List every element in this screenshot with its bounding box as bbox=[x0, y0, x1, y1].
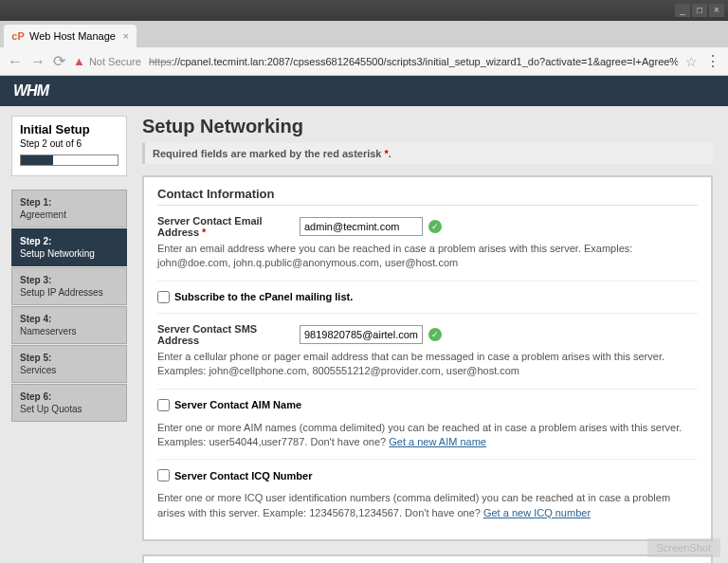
window-titlebar: _ □ × bbox=[0, 0, 728, 21]
back-button[interactable]: ← bbox=[8, 53, 23, 70]
tab-title: Web Host Manage bbox=[29, 30, 116, 42]
email-label: Server Contact Email Address * bbox=[157, 215, 300, 238]
browser-address-bar: ← → ⟳ ▲ Not Secure https://cpanel.tecmin… bbox=[0, 47, 728, 76]
step-num: Step 4: bbox=[20, 313, 118, 325]
subscribe-label: Subscribe to the cPanel mailing list. bbox=[174, 291, 353, 302]
step-label: Set Up Quotas bbox=[20, 404, 82, 414]
sidebar-step-agreement[interactable]: Step 1: Agreement bbox=[11, 190, 127, 227]
step-num: Step 5: bbox=[20, 352, 118, 364]
step-label: Nameservers bbox=[20, 326, 76, 336]
cpanel-icon: cP bbox=[11, 29, 25, 43]
browser-tab-bar: cP Web Host Manage × bbox=[0, 21, 728, 47]
step-num: Step 1: bbox=[20, 196, 118, 209]
progress-bar bbox=[20, 154, 118, 166]
security-text: Not Secure bbox=[89, 56, 141, 67]
reload-button[interactable]: ⟳ bbox=[53, 52, 65, 70]
window-minimize-button[interactable]: _ bbox=[675, 4, 690, 17]
sidebar-step-quotas[interactable]: Step 6: Set Up Quotas bbox=[11, 384, 127, 422]
sidebar-step-ip[interactable]: Step 3: Setup IP Addresses bbox=[11, 267, 127, 305]
sidebar-step-networking[interactable]: Step 2: Setup Networking bbox=[11, 228, 127, 266]
hostname-panel: Hostname This Server's Hostname * The cu… bbox=[142, 554, 713, 563]
asterisk: * bbox=[385, 148, 389, 159]
contact-heading: Contact Information bbox=[157, 187, 698, 206]
warning-icon: ▲ bbox=[73, 54, 85, 68]
step-label: Services bbox=[20, 365, 56, 375]
sms-field-row: Server Contact SMS Address ✓ bbox=[157, 323, 698, 346]
check-icon: ✓ bbox=[428, 220, 442, 233]
required-note: Required fields are marked by the red as… bbox=[142, 143, 713, 164]
icq-label: Server Contact ICQ Number bbox=[174, 470, 312, 481]
sms-label: Server Contact SMS Address bbox=[157, 323, 300, 346]
whm-header: WHM bbox=[0, 76, 728, 106]
sms-help: Enter a cellular phone or pager email ad… bbox=[157, 350, 698, 390]
page-title: Setup Networking bbox=[142, 116, 713, 137]
url-path: ://cpanel.tecmint.lan:2087/cpsess6812645… bbox=[172, 56, 678, 67]
screenshot-watermark: ScreenShot bbox=[647, 538, 720, 557]
step-num: Step 3: bbox=[20, 274, 118, 286]
sidebar: Initial Setup Step 2 out of 6 Step 1: Ag… bbox=[0, 106, 127, 563]
subscribe-row: Subscribe to the cPanel mailing list. bbox=[157, 291, 698, 314]
email-field-row: Server Contact Email Address * ✓ bbox=[157, 215, 698, 238]
main-layout: Initial Setup Step 2 out of 6 Step 1: Ag… bbox=[0, 106, 728, 563]
icq-row: Server Contact ICQ Number bbox=[157, 469, 698, 481]
step-label: Setup Networking bbox=[20, 248, 95, 259]
email-help: Enter an email address where you can be … bbox=[157, 242, 698, 282]
url-field[interactable]: https://cpanel.tecmint.lan:2087/cpsess68… bbox=[149, 56, 678, 67]
check-icon: ✓ bbox=[428, 328, 442, 341]
aim-row: Server Contact AIM Name bbox=[157, 399, 698, 411]
sidebar-step-nameservers[interactable]: Step 4: Nameservers bbox=[11, 306, 127, 344]
sidebar-step-services[interactable]: Step 5: Services bbox=[11, 345, 127, 383]
whm-logo: WHM bbox=[13, 82, 48, 100]
browser-tab[interactable]: cP Web Host Manage × bbox=[4, 25, 136, 47]
icq-checkbox[interactable] bbox=[157, 469, 170, 481]
icq-help: Enter one or more ICQ user identificatio… bbox=[157, 491, 698, 520]
window-close-button[interactable]: × bbox=[709, 4, 724, 17]
content-area: Setup Networking Required fields are mar… bbox=[127, 106, 728, 563]
security-badge[interactable]: ▲ Not Secure bbox=[73, 54, 141, 68]
aim-checkbox[interactable] bbox=[157, 399, 170, 411]
step-num: Step 2: bbox=[20, 235, 118, 247]
contact-info-panel: Contact Information Server Contact Email… bbox=[142, 175, 713, 541]
required-note-text: Required fields are marked by the red as… bbox=[153, 148, 385, 159]
browser-menu-icon[interactable]: ⋮ bbox=[705, 52, 720, 70]
aim-help: Enter one or more AIM names (comma delim… bbox=[157, 421, 698, 461]
setup-progress-box: Initial Setup Step 2 out of 6 bbox=[11, 116, 127, 176]
setup-step-text: Step 2 out of 6 bbox=[20, 138, 118, 149]
step-num: Step 6: bbox=[20, 390, 118, 403]
bookmark-icon[interactable]: ☆ bbox=[685, 54, 698, 69]
progress-fill bbox=[21, 155, 53, 165]
email-input[interactable] bbox=[300, 217, 423, 236]
url-scheme: https bbox=[149, 56, 172, 67]
sms-input[interactable] bbox=[300, 325, 423, 344]
tab-close-icon[interactable]: × bbox=[123, 30, 129, 42]
step-label: Setup IP Addresses bbox=[20, 287, 103, 298]
aim-label: Server Contact AIM Name bbox=[174, 399, 301, 410]
window-maximize-button[interactable]: □ bbox=[692, 4, 707, 17]
aim-link[interactable]: Get a new AIM name bbox=[389, 436, 486, 447]
setup-title: Initial Setup bbox=[20, 122, 118, 136]
step-label: Agreement bbox=[20, 209, 66, 220]
forward-button[interactable]: → bbox=[30, 53, 46, 70]
subscribe-checkbox[interactable] bbox=[157, 291, 170, 303]
icq-link[interactable]: Get a new ICQ number bbox=[483, 507, 591, 518]
